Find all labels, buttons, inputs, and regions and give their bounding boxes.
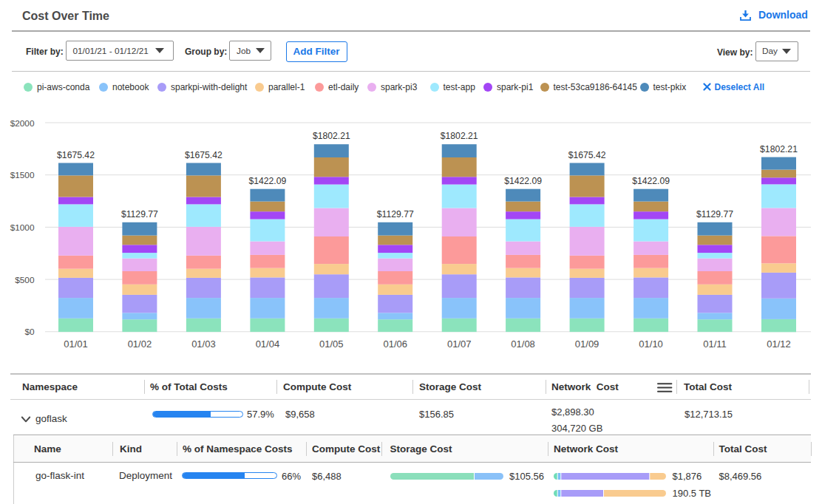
svg-text:$1802.21: $1802.21	[760, 144, 798, 154]
svg-text:$500: $500	[15, 275, 35, 285]
svg-text:$1802.21: $1802.21	[313, 131, 350, 141]
svg-text:01/01: 01/01	[64, 338, 88, 350]
svg-text:$1500: $1500	[10, 170, 35, 180]
svg-text:01/09: 01/09	[575, 338, 599, 350]
svg-text:01/05: 01/05	[319, 338, 344, 350]
svg-text:01/12: 01/12	[767, 338, 791, 350]
svg-text:$1675.42: $1675.42	[185, 150, 223, 160]
svg-text:$1675.42: $1675.42	[568, 150, 606, 160]
svg-text:01/03: 01/03	[191, 338, 216, 350]
svg-text:$1422.09: $1422.09	[248, 176, 286, 186]
svg-text:$1129.77: $1129.77	[121, 209, 158, 219]
svg-text:$1422.09: $1422.09	[632, 176, 670, 186]
svg-text:$1129.77: $1129.77	[377, 209, 414, 219]
svg-text:$1422.09: $1422.09	[504, 176, 542, 186]
svg-text:$1129.77: $1129.77	[696, 209, 733, 219]
svg-text:$2000: $2000	[10, 118, 35, 129]
svg-text:01/02: 01/02	[128, 338, 152, 350]
svg-text:$1000: $1000	[10, 222, 35, 233]
svg-text:01/06: 01/06	[384, 338, 408, 350]
svg-text:01/04: 01/04	[256, 338, 280, 350]
svg-text:$1675.42: $1675.42	[57, 150, 95, 160]
svg-text:01/07: 01/07	[447, 338, 472, 350]
svg-text:$0: $0	[24, 327, 35, 337]
svg-text:$1802.21: $1802.21	[441, 131, 478, 141]
svg-text:01/10: 01/10	[639, 338, 663, 350]
svg-text:01/11: 01/11	[703, 338, 727, 350]
svg-text:01/08: 01/08	[511, 338, 535, 350]
